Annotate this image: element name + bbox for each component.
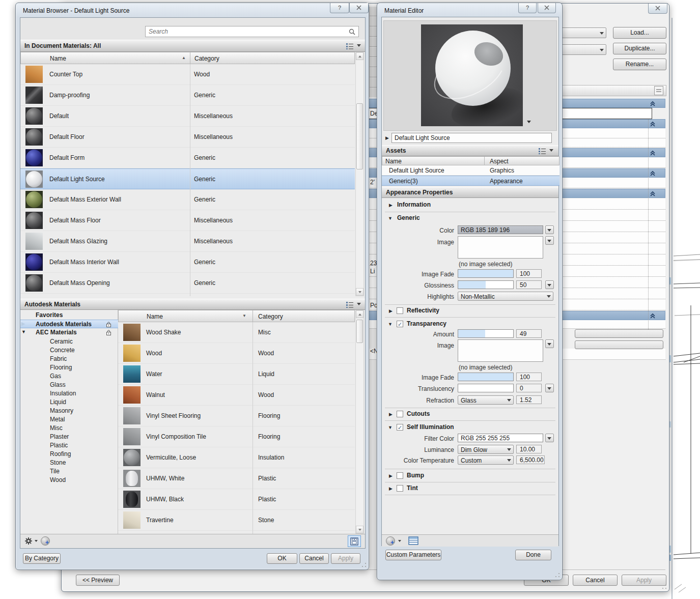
- view-options-caret[interactable]: [357, 44, 361, 47]
- generic-expander-icon[interactable]: ▼: [388, 216, 393, 221]
- library-material-row[interactable]: WaterLiquid: [118, 364, 355, 385]
- tree-item-metal[interactable]: Metal: [20, 415, 118, 424]
- library-material-row[interactable]: Wood ShakeMisc: [118, 322, 355, 343]
- amount-slider[interactable]: [458, 329, 514, 338]
- tree-item-roofing[interactable]: Roofing: [20, 450, 118, 459]
- reflectivity-expander-icon[interactable]: ▶: [389, 308, 393, 313]
- tree-item-flooring[interactable]: Flooring: [20, 363, 118, 372]
- transparency-expander-icon[interactable]: ▼: [388, 322, 393, 327]
- refraction-select[interactable]: Glass: [458, 395, 514, 405]
- library-material-row[interactable]: UHMW, BlackPlastic: [118, 489, 355, 510]
- editor-close-button[interactable]: [538, 3, 556, 13]
- tree-item-fabric[interactable]: Fabric: [20, 355, 118, 363]
- library-material-row[interactable]: WalnutWood: [118, 385, 355, 406]
- tint-checkbox[interactable]: [397, 485, 403, 492]
- bump-label[interactable]: Bump: [407, 472, 424, 479]
- library-material-row[interactable]: WoodWood: [118, 343, 355, 364]
- library-material-row[interactable]: UHMW, WhitePlastic: [118, 468, 355, 489]
- tint-expander-icon[interactable]: ▶: [389, 486, 393, 491]
- assets-aspect-column-header[interactable]: Aspect: [484, 156, 559, 165]
- add-asset-icon[interactable]: +: [386, 536, 395, 546]
- tree-item-misc[interactable]: Misc: [20, 424, 118, 433]
- tree-item-autodesk-materials[interactable]: ▶ Autodesk Materials: [20, 320, 118, 328]
- tree-item-stone[interactable]: Stone: [20, 459, 118, 467]
- tree-item-aec-materials[interactable]: ▼ AEC Materials: [20, 328, 118, 337]
- browser-cancel-button[interactable]: Cancel: [299, 553, 329, 564]
- information-label[interactable]: Information: [397, 201, 431, 208]
- material-row[interactable]: Default Mass Interior WallGeneric: [20, 252, 355, 273]
- preview-options-caret[interactable]: [527, 121, 531, 123]
- tree-item-plastic[interactable]: Plastic: [20, 441, 118, 450]
- scroll-up-arrow[interactable]: [356, 52, 363, 60]
- library-name-column-header[interactable]: Name ▼: [118, 310, 253, 322]
- doc-list-scrollbar[interactable]: [355, 52, 364, 296]
- self-illumination-expander-icon[interactable]: ▼: [388, 425, 393, 430]
- by-category-button[interactable]: By Category: [23, 553, 61, 564]
- scroll-up-arrow[interactable]: [356, 310, 363, 318]
- material-preview-image[interactable]: [421, 24, 523, 126]
- library-material-row[interactable]: Vinyl Sheet FlooringFlooring: [118, 406, 355, 426]
- resize-grip[interactable]: [555, 573, 560, 578]
- tree-expander-icon[interactable]: ▼: [21, 329, 26, 334]
- resize-grip[interactable]: [361, 562, 367, 567]
- preview-button[interactable]: << Preview: [76, 575, 120, 586]
- transparency-image-fade-slider[interactable]: [458, 373, 514, 381]
- material-row[interactable]: Default FormGeneric: [20, 148, 355, 168]
- transparency-image-slot[interactable]: [458, 339, 543, 362]
- resize-grip[interactable]: [662, 584, 667, 589]
- grid-header-icon[interactable]: [654, 86, 663, 95]
- custom-parameters-button[interactable]: Custom Parameters: [385, 550, 441, 560]
- tree-item-plaster[interactable]: Plaster: [20, 433, 118, 441]
- gear-icon[interactable]: [24, 537, 33, 545]
- view-options-icon[interactable]: [346, 301, 354, 308]
- tree-expander-icon[interactable]: ▶: [21, 321, 25, 326]
- duplicate-button[interactable]: Duplicate...: [613, 43, 666, 54]
- load-button[interactable]: Load...: [613, 27, 666, 39]
- bump-expander-icon[interactable]: ▶: [389, 473, 393, 478]
- glossiness-slider[interactable]: [458, 280, 514, 289]
- color-temperature-number[interactable]: 6,500.00: [516, 455, 545, 464]
- transparency-checkbox[interactable]: ✓: [397, 321, 403, 327]
- param-edit-bar[interactable]: [575, 329, 663, 338]
- glossiness-options-button[interactable]: [545, 280, 554, 289]
- editor-help-button[interactable]: ?: [518, 3, 537, 13]
- scroll-down-arrow[interactable]: [356, 288, 363, 296]
- material-row[interactable]: Counter TopWood: [20, 64, 355, 85]
- assets-name-column-header[interactable]: Name: [382, 156, 485, 165]
- gear-caret[interactable]: [35, 540, 38, 542]
- tree-item-concrete[interactable]: Concrete: [20, 346, 118, 355]
- tree-item-masonry[interactable]: Masonry: [20, 407, 118, 415]
- scroll-thumb[interactable]: [356, 103, 363, 169]
- asset-row[interactable]: Default Light SourceGraphics: [382, 165, 559, 176]
- param-edit-bar[interactable]: [575, 340, 663, 349]
- library-material-row[interactable]: Vermiculite, LooseInsulation: [118, 447, 355, 468]
- self-illumination-checkbox[interactable]: ✓: [397, 424, 403, 431]
- image-fade-slider[interactable]: [458, 269, 514, 278]
- library-material-row[interactable]: Vinyl Composition TileFlooring: [118, 426, 355, 447]
- cutouts-checkbox[interactable]: [397, 411, 403, 417]
- image-slot[interactable]: [458, 236, 543, 259]
- cutouts-label[interactable]: Cutouts: [407, 410, 430, 417]
- translucency-slider[interactable]: [458, 384, 514, 392]
- material-row[interactable]: DefaultMiscellaneous: [20, 106, 355, 127]
- material-name-input[interactable]: [391, 133, 552, 143]
- drawing-view[interactable]: [668, 0, 700, 599]
- tree-item-ceramic[interactable]: Ceramic: [20, 337, 118, 346]
- scroll-down-arrow[interactable]: [356, 526, 363, 533]
- tree-item-wood[interactable]: Wood: [20, 476, 118, 484]
- doc-category-column-header[interactable]: Category: [190, 52, 355, 64]
- view-options-caret[interactable]: [357, 303, 361, 305]
- filter-color-value-button[interactable]: RGB 255 255 255: [458, 434, 543, 442]
- self-illumination-label[interactable]: Self Illumination: [407, 423, 454, 431]
- library-scrollbar[interactable]: [355, 310, 364, 534]
- tree-item-favorites[interactable]: Favorites: [20, 311, 118, 320]
- browser-ok-button[interactable]: OK: [267, 553, 297, 564]
- asset-list-icon[interactable]: [408, 536, 418, 545]
- translucency-options-button[interactable]: [545, 384, 554, 392]
- library-category-column-header[interactable]: Category: [253, 310, 355, 322]
- reflectivity-checkbox[interactable]: [397, 307, 403, 314]
- refraction-index-value[interactable]: 1.52: [516, 395, 542, 404]
- tree-item-liquid[interactable]: Liquid: [20, 398, 118, 407]
- search-input[interactable]: [145, 26, 359, 37]
- generic-label[interactable]: Generic: [397, 214, 420, 221]
